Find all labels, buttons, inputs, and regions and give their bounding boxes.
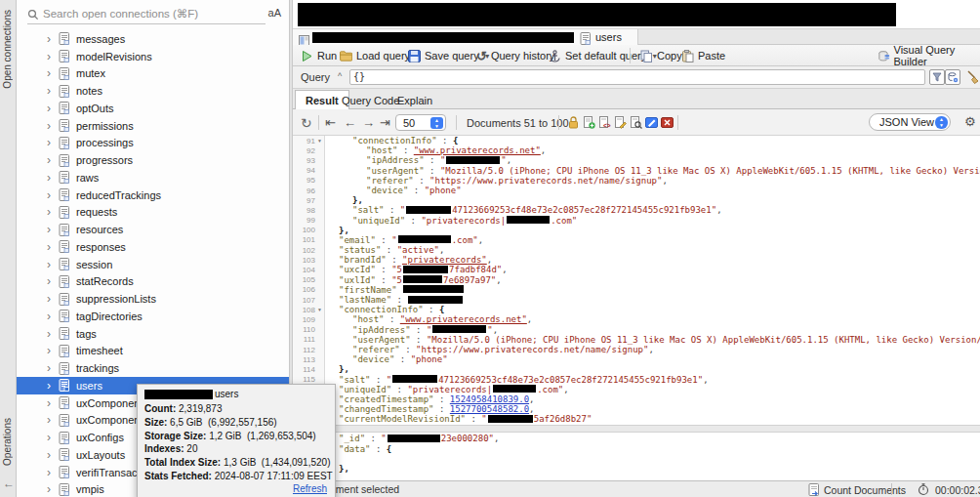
chevron-right-icon[interactable]: › — [47, 173, 59, 183]
copy-button[interactable]: Copy — [640, 45, 682, 66]
chevron-right-icon[interactable]: › — [47, 311, 59, 321]
json-line: "changedTimestamp" : 1527700548582.0, — [293, 404, 980, 414]
json-token: , — [527, 314, 532, 324]
json-token: 7fadbf84d" — [449, 265, 502, 274]
chevron-right-icon[interactable]: › — [47, 346, 59, 355]
url-link[interactable]: "privaterecords" — [402, 255, 487, 265]
sidebar-item-requests[interactable]: ›requests — [17, 204, 289, 222]
sidebar-item-reducedTrackings[interactable]: ›reducedTrackings — [17, 186, 289, 204]
query-options-button[interactable] — [929, 69, 945, 85]
collapse-triangle-icon[interactable]: ▼ — [315, 307, 324, 312]
paste-button[interactable]: Paste — [681, 45, 725, 66]
last-page-icon[interactable]: ⇥ — [380, 109, 390, 136]
sidebar-item-suppressionLists[interactable]: ›suppressionLists — [17, 290, 289, 308]
chevron-right-icon[interactable]: › — [47, 68, 59, 78]
json-token: "active" — [397, 245, 439, 255]
collection-tab-label: users — [595, 31, 622, 43]
add-document-icon[interactable] — [583, 109, 595, 136]
line-gutter: 107 — [293, 295, 325, 305]
chevron-right-icon[interactable]: › — [47, 484, 59, 494]
sidebar-item-mutex[interactable]: ›mutex — [17, 65, 289, 83]
chevron-right-icon[interactable]: › — [47, 398, 59, 408]
sidebar-item-timesheet[interactable]: ›timesheet — [17, 343, 289, 360]
json-token: : — [365, 434, 381, 443]
url-link[interactable]: "www.privaterecords.net" — [414, 145, 541, 155]
refresh-stats-link[interactable]: Refresh — [293, 483, 327, 494]
sidebar-item-tagDirectories[interactable]: ›tagDirectories — [17, 308, 289, 325]
refresh-results-icon[interactable]: ↻ — [301, 109, 312, 136]
sidebar-item-statRecords[interactable]: ›statRecords — [17, 273, 289, 291]
operations-panel-tab[interactable]: Operations — [2, 418, 13, 466]
previous-page-icon[interactable]: ← — [344, 109, 356, 136]
chevron-right-icon[interactable]: › — [47, 34, 59, 44]
collapse-query-icon[interactable]: ^ — [338, 71, 342, 81]
sidebar-item-modelRevisions[interactable]: ›modelRevisions — [17, 48, 289, 65]
match-case-toggle[interactable]: aA — [268, 7, 281, 19]
chevron-right-icon[interactable]: › — [47, 86, 59, 96]
next-page-icon[interactable]: → — [362, 109, 375, 136]
collection-tab-users[interactable]: users — [293, 29, 638, 46]
open-connections-panel-tab[interactable]: Open connections — [2, 10, 13, 89]
collation-settings-button[interactable] — [945, 69, 960, 85]
collapse-panel-arrow-icon[interactable]: ← — [3, 476, 15, 490]
chevron-right-icon[interactable]: › — [47, 207, 59, 217]
sidebar-item-trackings[interactable]: ›trackings — [17, 359, 289, 377]
chevron-right-icon[interactable]: › — [47, 260, 59, 269]
chevron-right-icon[interactable]: › — [47, 225, 59, 234]
chevron-right-icon[interactable]: › — [47, 155, 59, 165]
json-token: .com" — [452, 235, 478, 245]
inline-edit-icon[interactable] — [645, 109, 658, 136]
sidebar-item-session[interactable]: ›session — [17, 256, 289, 273]
chevron-right-icon[interactable]: › — [47, 363, 59, 373]
sidebar-item-progressors[interactable]: ›progressors — [17, 151, 289, 169]
redacted-connection-info — [298, 3, 896, 26]
chevron-right-icon[interactable]: › — [47, 190, 59, 200]
view-document-json-icon[interactable]: <> — [598, 109, 611, 136]
chevron-right-icon[interactable]: › — [47, 415, 59, 425]
sidebar-item-tags[interactable]: ›tags — [17, 325, 289, 343]
delete-document-icon[interactable] — [661, 109, 674, 136]
chevron-right-icon[interactable]: › — [47, 121, 59, 131]
view-document-icon[interactable] — [630, 109, 642, 136]
chevron-right-icon[interactable]: › — [47, 450, 59, 460]
chevron-right-icon[interactable]: › — [47, 433, 59, 442]
sidebar-item-notes[interactable]: ›notes — [17, 82, 289, 100]
tab-explain[interactable]: Explain — [388, 91, 442, 109]
sidebar-item-optOuts[interactable]: ›optOuts — [17, 100, 289, 117]
first-page-icon[interactable]: ⇤ — [325, 109, 336, 136]
lock-icon[interactable] — [567, 109, 580, 136]
chevron-right-icon[interactable]: › — [47, 276, 59, 286]
chevron-right-icon[interactable]: › — [47, 104, 59, 113]
chevron-right-icon[interactable]: › — [47, 294, 59, 304]
page-size-select[interactable]: 50 ▲▼ — [395, 114, 446, 131]
collapse-triangle-icon[interactable]: ▼ — [315, 138, 324, 144]
line-number: 94 — [306, 166, 315, 175]
chevron-right-icon[interactable]: › — [47, 242, 59, 252]
json-token: , — [662, 176, 667, 186]
sidebar-item-permissions[interactable]: ›permissions — [17, 117, 289, 135]
sidebar-item-processings[interactable]: ›processings — [17, 135, 289, 152]
clear-query-broom-icon[interactable] — [966, 69, 980, 89]
sidebar-item-resources[interactable]: ›resources — [17, 221, 289, 238]
url-link[interactable]: "www.privaterecords.net" — [400, 314, 527, 324]
chevron-right-icon[interactable]: › — [47, 468, 59, 477]
view-mode-select[interactable]: JSON View ▲▼ — [869, 113, 951, 131]
json-token: "Mozilla/5.0 (iPhone; CPU iPhone OS 11_3… — [440, 166, 980, 176]
edit-document-icon[interactable] — [614, 109, 627, 136]
chevron-right-icon[interactable]: › — [47, 329, 59, 339]
search-input[interactable]: Search open connections (⌘F) — [43, 7, 198, 21]
sidebar-item-responses[interactable]: ›responses — [17, 238, 289, 256]
chevron-right-icon[interactable]: › — [47, 52, 59, 62]
visual-query-builder-button[interactable]: Visual Query Builder — [878, 45, 980, 66]
gear-icon[interactable]: ⚙ — [964, 114, 976, 129]
collection-icon — [59, 293, 71, 306]
sidebar-item-raws[interactable]: ›raws — [17, 169, 289, 186]
json-token: "connectionInfo" — [352, 136, 437, 145]
query-history-button[interactable]: ↺ Query history — [476, 45, 554, 66]
sidebar-item-messages[interactable]: ›messages — [17, 30, 289, 48]
chevron-right-icon[interactable]: › — [47, 381, 59, 391]
chevron-right-icon[interactable]: › — [47, 138, 59, 147]
json-token: : — [385, 205, 400, 215]
query-input[interactable]: {} — [349, 69, 925, 85]
result-json-view[interactable]: 91▼"connectionInfo" : {92"host" : "www.p… — [293, 136, 980, 480]
